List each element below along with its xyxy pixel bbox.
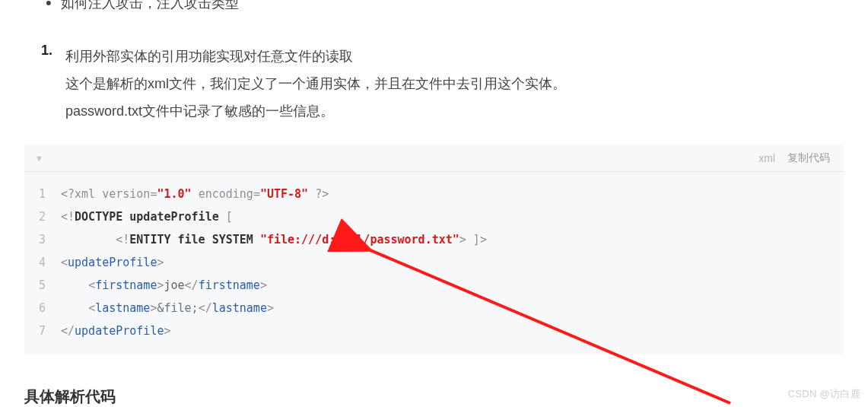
line-number: 2 <box>24 205 61 228</box>
bullet-text: 如何注入攻击，注入攻击类型 <box>24 0 844 12</box>
list-number: 1. <box>41 43 52 59</box>
line-number: 5 <box>24 274 61 297</box>
code-line: 4<updateProfile> <box>24 251 844 274</box>
code-line: 7</updateProfile> <box>24 320 844 342</box>
line-number: 3 <box>24 228 61 251</box>
code-line: 2<!DOCTYPE updateProfile [ <box>24 205 844 228</box>
code-line: 3 <!ENTITY file SYSTEM "file:///d:/xml/p… <box>24 228 844 251</box>
code-block: ▼ xml 复制代码 1<?xml version="1.0" encoding… <box>24 145 844 355</box>
line-content: <updateProfile> <box>61 251 164 274</box>
section-title: 具体解析代码 <box>24 386 844 407</box>
line-number: 7 <box>24 320 61 342</box>
code-body: 1<?xml version="1.0" encoding="UTF-8" ?>… <box>24 172 844 355</box>
code-line: 6 <lastname>&file;</lastname> <box>24 297 844 320</box>
line-content: <lastname>&file;</lastname> <box>61 297 274 320</box>
copy-code-button[interactable]: 复制代码 <box>787 151 830 165</box>
line-content: <!DOCTYPE updateProfile [ <box>61 205 233 228</box>
code-header: ▼ xml 复制代码 <box>24 145 844 172</box>
list-text: 利用外部实体的引用功能实现对任意文件的读取 这个是解析的xml文件，我们定义了一… <box>65 43 844 125</box>
line-content: <firstname>joe</firstname> <box>61 274 267 297</box>
list-line-3: password.txt文件中记录了敏感的一些信息。 <box>65 97 844 125</box>
code-line: 1<?xml version="1.0" encoding="UTF-8" ?> <box>24 183 844 205</box>
line-content: <!ENTITY file SYSTEM "file:///d:/xml/pas… <box>61 228 487 251</box>
line-content: <?xml version="1.0" encoding="UTF-8" ?> <box>61 183 329 205</box>
line-number: 6 <box>24 297 61 320</box>
watermark: CSDN @访白鹿 <box>788 387 860 401</box>
list-line-1: 利用外部实体的引用功能实现对任意文件的读取 <box>65 43 844 70</box>
code-lang-label: xml <box>758 152 775 164</box>
code-line: 5 <firstname>joe</firstname> <box>24 274 844 297</box>
line-content: </updateProfile> <box>61 320 171 342</box>
line-number: 1 <box>24 183 61 205</box>
list-line-2: 这个是解析的xml文件，我们定义了一个通用实体，并且在文件中去引用这个实体。 <box>65 70 844 97</box>
line-number: 4 <box>24 251 61 274</box>
chevron-down-icon[interactable]: ▼ <box>35 154 43 163</box>
ordered-list-item: 1. 利用外部实体的引用功能实现对任意文件的读取 这个是解析的xml文件，我们定… <box>24 43 844 125</box>
